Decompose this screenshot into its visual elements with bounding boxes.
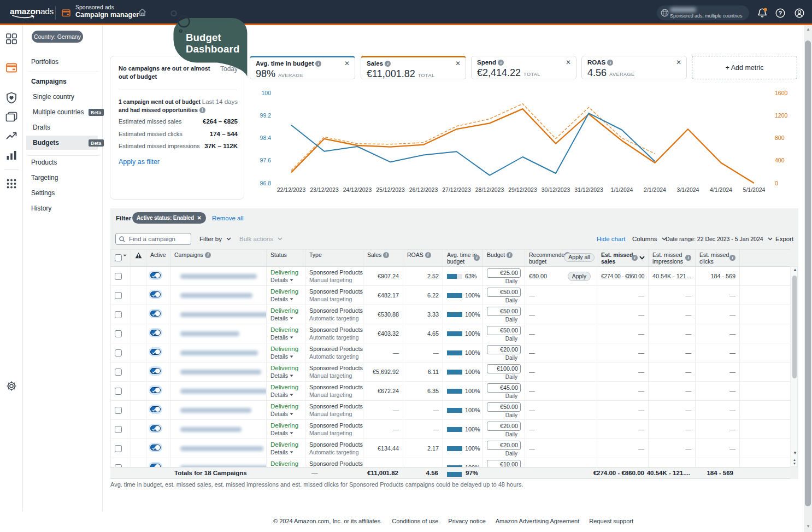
svg-text:22/12/2023: 22/12/2023: [277, 186, 306, 193]
svg-text:25/12/2023: 25/12/2023: [376, 186, 405, 193]
svg-text:24/12/2023: 24/12/2023: [343, 186, 372, 193]
svg-text:400: 400: [775, 157, 785, 163]
svg-text:?: ?: [779, 10, 782, 16]
svg-text:23/12/2023: 23/12/2023: [310, 186, 339, 193]
svg-text:27/12/2023: 27/12/2023: [442, 186, 471, 193]
svg-text:96.8: 96.8: [260, 180, 272, 186]
svg-text:30/12/2023: 30/12/2023: [542, 186, 570, 193]
svg-text:26/12/2023: 26/12/2023: [409, 186, 438, 193]
svg-text:800: 800: [775, 135, 785, 141]
svg-text:0: 0: [775, 180, 778, 186]
svg-text:4/1/2024: 4/1/2024: [710, 186, 732, 193]
svg-text:1600: 1600: [775, 90, 788, 96]
svg-text:97.6: 97.6: [260, 157, 272, 163]
svg-text:31/12/2023: 31/12/2023: [574, 186, 603, 193]
svg-text:98.4: 98.4: [260, 135, 272, 141]
svg-text:2/1/2024: 2/1/2024: [644, 186, 666, 193]
svg-text:1/1/2024: 1/1/2024: [611, 186, 633, 193]
svg-text:99.2: 99.2: [260, 112, 272, 119]
svg-text:1200: 1200: [775, 112, 788, 119]
svg-text:28/12/2023: 28/12/2023: [475, 186, 504, 193]
svg-text:29/12/2023: 29/12/2023: [508, 186, 537, 193]
svg-text:100: 100: [261, 90, 271, 96]
svg-text:5/1/2024: 5/1/2024: [743, 186, 766, 193]
svg-text:3/1/2024: 3/1/2024: [677, 186, 699, 193]
